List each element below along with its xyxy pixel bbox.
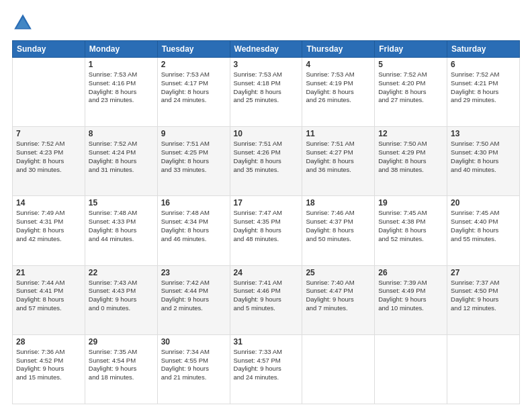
weekday-header-thursday: Thursday bbox=[302, 41, 375, 58]
calendar-cell: 26Sunrise: 7:39 AM Sunset: 4:49 PM Dayli… bbox=[375, 265, 447, 334]
page: SundayMondayTuesdayWednesdayThursdayFrid… bbox=[0, 0, 532, 411]
calendar-cell: 12Sunrise: 7:50 AM Sunset: 4:29 PM Dayli… bbox=[375, 127, 447, 196]
calendar-cell: 15Sunrise: 7:48 AM Sunset: 4:33 PM Dayli… bbox=[85, 196, 157, 265]
day-number: 29 bbox=[89, 337, 154, 347]
day-number: 24 bbox=[234, 268, 299, 277]
day-number: 1 bbox=[89, 60, 154, 69]
day-info: Sunrise: 7:41 AM Sunset: 4:46 PM Dayligh… bbox=[234, 279, 299, 313]
calendar-cell: 8Sunrise: 7:52 AM Sunset: 4:24 PM Daylig… bbox=[85, 127, 157, 196]
day-info: Sunrise: 7:46 AM Sunset: 4:37 PM Dayligh… bbox=[306, 209, 371, 243]
logo-icon bbox=[12, 12, 34, 34]
calendar-cell bbox=[375, 334, 447, 404]
day-number: 7 bbox=[16, 129, 81, 138]
day-info: Sunrise: 7:48 AM Sunset: 4:34 PM Dayligh… bbox=[161, 209, 226, 243]
calendar-cell: 27Sunrise: 7:37 AM Sunset: 4:50 PM Dayli… bbox=[447, 265, 520, 334]
day-number: 26 bbox=[378, 268, 443, 277]
calendar-table: SundayMondayTuesdayWednesdayThursdayFrid… bbox=[12, 40, 520, 404]
day-number: 28 bbox=[16, 337, 81, 347]
day-number: 22 bbox=[89, 268, 154, 277]
day-info: Sunrise: 7:43 AM Sunset: 4:43 PM Dayligh… bbox=[89, 279, 154, 313]
calendar-cell: 5Sunrise: 7:52 AM Sunset: 4:20 PM Daylig… bbox=[375, 58, 447, 127]
day-number: 19 bbox=[378, 198, 443, 208]
day-info: Sunrise: 7:40 AM Sunset: 4:47 PM Dayligh… bbox=[306, 279, 371, 313]
day-info: Sunrise: 7:48 AM Sunset: 4:33 PM Dayligh… bbox=[89, 209, 154, 243]
day-number: 14 bbox=[16, 198, 81, 208]
weekday-header-monday: Monday bbox=[85, 41, 157, 58]
day-info: Sunrise: 7:33 AM Sunset: 4:57 PM Dayligh… bbox=[234, 348, 299, 382]
calendar-cell: 16Sunrise: 7:48 AM Sunset: 4:34 PM Dayli… bbox=[157, 196, 230, 265]
calendar-cell: 11Sunrise: 7:51 AM Sunset: 4:27 PM Dayli… bbox=[302, 127, 375, 196]
day-info: Sunrise: 7:52 AM Sunset: 4:23 PM Dayligh… bbox=[16, 140, 81, 174]
calendar-cell bbox=[447, 334, 520, 404]
calendar-cell: 3Sunrise: 7:53 AM Sunset: 4:18 PM Daylig… bbox=[230, 58, 302, 127]
day-number: 12 bbox=[378, 129, 443, 138]
day-number: 16 bbox=[161, 198, 226, 208]
weekday-header-row: SundayMondayTuesdayWednesdayThursdayFrid… bbox=[13, 41, 520, 58]
calendar-cell: 17Sunrise: 7:47 AM Sunset: 4:35 PM Dayli… bbox=[230, 196, 302, 265]
day-number: 21 bbox=[16, 268, 81, 277]
day-info: Sunrise: 7:51 AM Sunset: 4:27 PM Dayligh… bbox=[306, 140, 371, 174]
calendar-cell: 18Sunrise: 7:46 AM Sunset: 4:37 PM Dayli… bbox=[302, 196, 375, 265]
day-number: 3 bbox=[234, 60, 299, 69]
day-number: 17 bbox=[234, 198, 299, 208]
calendar-cell bbox=[13, 58, 85, 127]
calendar-cell: 30Sunrise: 7:34 AM Sunset: 4:55 PM Dayli… bbox=[157, 334, 230, 404]
calendar-cell: 24Sunrise: 7:41 AM Sunset: 4:46 PM Dayli… bbox=[230, 265, 302, 334]
logo bbox=[12, 12, 36, 34]
day-info: Sunrise: 7:45 AM Sunset: 4:40 PM Dayligh… bbox=[451, 209, 516, 243]
day-info: Sunrise: 7:53 AM Sunset: 4:19 PM Dayligh… bbox=[306, 71, 371, 105]
day-info: Sunrise: 7:42 AM Sunset: 4:44 PM Dayligh… bbox=[161, 279, 226, 313]
day-info: Sunrise: 7:49 AM Sunset: 4:31 PM Dayligh… bbox=[16, 209, 81, 243]
weekday-header-friday: Friday bbox=[375, 41, 447, 58]
day-number: 20 bbox=[451, 198, 516, 208]
day-info: Sunrise: 7:36 AM Sunset: 4:52 PM Dayligh… bbox=[16, 348, 81, 382]
weekday-header-wednesday: Wednesday bbox=[230, 41, 302, 58]
day-number: 4 bbox=[306, 60, 371, 69]
calendar-cell: 29Sunrise: 7:35 AM Sunset: 4:54 PM Dayli… bbox=[85, 334, 157, 404]
weekday-header-sunday: Sunday bbox=[13, 41, 85, 58]
day-number: 9 bbox=[161, 129, 226, 138]
calendar-cell bbox=[302, 334, 375, 404]
day-info: Sunrise: 7:52 AM Sunset: 4:24 PM Dayligh… bbox=[89, 140, 154, 174]
day-info: Sunrise: 7:37 AM Sunset: 4:50 PM Dayligh… bbox=[451, 279, 516, 313]
calendar-cell: 10Sunrise: 7:51 AM Sunset: 4:26 PM Dayli… bbox=[230, 127, 302, 196]
header bbox=[12, 12, 520, 34]
day-info: Sunrise: 7:44 AM Sunset: 4:41 PM Dayligh… bbox=[16, 279, 81, 313]
weekday-header-saturday: Saturday bbox=[447, 41, 520, 58]
day-info: Sunrise: 7:53 AM Sunset: 4:16 PM Dayligh… bbox=[89, 71, 154, 105]
day-info: Sunrise: 7:50 AM Sunset: 4:29 PM Dayligh… bbox=[378, 140, 443, 174]
calendar-cell: 1Sunrise: 7:53 AM Sunset: 4:16 PM Daylig… bbox=[85, 58, 157, 127]
day-info: Sunrise: 7:53 AM Sunset: 4:17 PM Dayligh… bbox=[161, 71, 226, 105]
day-info: Sunrise: 7:45 AM Sunset: 4:38 PM Dayligh… bbox=[378, 209, 443, 243]
calendar-cell: 9Sunrise: 7:51 AM Sunset: 4:25 PM Daylig… bbox=[157, 127, 230, 196]
day-number: 2 bbox=[161, 60, 226, 69]
week-row-2: 7Sunrise: 7:52 AM Sunset: 4:23 PM Daylig… bbox=[13, 127, 520, 196]
day-info: Sunrise: 7:53 AM Sunset: 4:18 PM Dayligh… bbox=[234, 71, 299, 105]
week-row-1: 1Sunrise: 7:53 AM Sunset: 4:16 PM Daylig… bbox=[13, 58, 520, 127]
day-info: Sunrise: 7:52 AM Sunset: 4:20 PM Dayligh… bbox=[378, 71, 443, 105]
calendar-cell: 25Sunrise: 7:40 AM Sunset: 4:47 PM Dayli… bbox=[302, 265, 375, 334]
day-number: 31 bbox=[234, 337, 299, 347]
day-number: 30 bbox=[161, 337, 226, 347]
calendar-cell: 20Sunrise: 7:45 AM Sunset: 4:40 PM Dayli… bbox=[447, 196, 520, 265]
day-info: Sunrise: 7:34 AM Sunset: 4:55 PM Dayligh… bbox=[161, 348, 226, 382]
weekday-header-tuesday: Tuesday bbox=[157, 41, 230, 58]
day-number: 27 bbox=[451, 268, 516, 277]
calendar-cell: 19Sunrise: 7:45 AM Sunset: 4:38 PM Dayli… bbox=[375, 196, 447, 265]
day-number: 18 bbox=[306, 198, 371, 208]
day-info: Sunrise: 7:51 AM Sunset: 4:25 PM Dayligh… bbox=[161, 140, 226, 174]
day-info: Sunrise: 7:39 AM Sunset: 4:49 PM Dayligh… bbox=[378, 279, 443, 313]
calendar-cell: 7Sunrise: 7:52 AM Sunset: 4:23 PM Daylig… bbox=[13, 127, 85, 196]
week-row-4: 21Sunrise: 7:44 AM Sunset: 4:41 PM Dayli… bbox=[13, 265, 520, 334]
calendar-cell: 2Sunrise: 7:53 AM Sunset: 4:17 PM Daylig… bbox=[157, 58, 230, 127]
day-number: 10 bbox=[234, 129, 299, 138]
day-info: Sunrise: 7:35 AM Sunset: 4:54 PM Dayligh… bbox=[89, 348, 154, 382]
day-number: 6 bbox=[451, 60, 516, 69]
day-number: 15 bbox=[89, 198, 154, 208]
day-number: 8 bbox=[89, 129, 154, 138]
week-row-5: 28Sunrise: 7:36 AM Sunset: 4:52 PM Dayli… bbox=[13, 334, 520, 404]
calendar-cell: 13Sunrise: 7:50 AM Sunset: 4:30 PM Dayli… bbox=[447, 127, 520, 196]
calendar-cell: 28Sunrise: 7:36 AM Sunset: 4:52 PM Dayli… bbox=[13, 334, 85, 404]
calendar-cell: 22Sunrise: 7:43 AM Sunset: 4:43 PM Dayli… bbox=[85, 265, 157, 334]
day-number: 11 bbox=[306, 129, 371, 138]
